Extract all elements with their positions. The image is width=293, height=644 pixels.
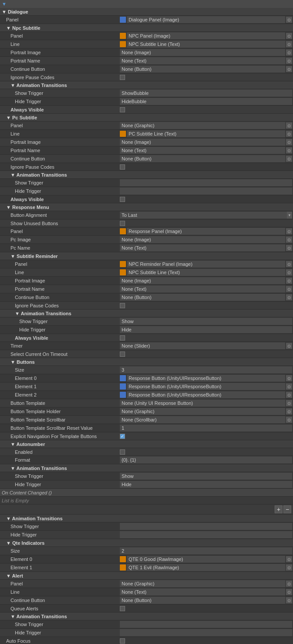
checkbox[interactable] xyxy=(120,107,125,112)
value-text[interactable]: 1 xyxy=(120,425,292,432)
target-btn[interactable]: ⊙ xyxy=(286,269,292,275)
npc-always-visible[interactable]: Always Visible xyxy=(0,106,293,114)
select-current-timeout[interactable]: Select Current On Timeout xyxy=(0,350,293,358)
pc-anim-header[interactable]: ▼ Animation Transitions xyxy=(0,171,293,179)
target-btn[interactable]: ⊙ xyxy=(286,564,292,571)
value-text[interactable]: None (Image) xyxy=(120,236,285,243)
target-btn[interactable]: ⊙ xyxy=(286,417,292,423)
field-value[interactable]: NPC Subtitle Line (Text)⊙ xyxy=(118,269,293,276)
target-btn[interactable]: ⊙ xyxy=(286,66,292,72)
target-btn[interactable]: ⊙ xyxy=(286,286,292,292)
value-text[interactable]: None (Text) xyxy=(120,244,285,251)
field-value[interactable]: None (Button)⊙ xyxy=(118,597,293,604)
value-text[interactable]: None (Image) xyxy=(120,139,285,146)
empty-field[interactable] xyxy=(120,531,292,538)
target-btn[interactable]: ⊙ xyxy=(286,597,292,603)
target-btn[interactable]: ⊙ xyxy=(286,294,292,300)
pc-always-visible[interactable]: Always Visible xyxy=(0,195,293,203)
target-btn[interactable]: ⊙ xyxy=(286,228,292,234)
field-value[interactable]: None (Button)⊙ xyxy=(118,155,293,162)
value-text[interactable]: None (Button) xyxy=(120,294,285,301)
checkbox[interactable] xyxy=(120,197,125,202)
add-button[interactable]: + xyxy=(275,505,283,513)
field-value[interactable]: QTE 1 Evil (RawImage)⊙ xyxy=(118,564,293,571)
target-btn[interactable]: ⊙ xyxy=(286,33,292,39)
field-value[interactable]: Response Button (UnityUIResponseButton)⊙ xyxy=(118,391,293,398)
checkbox[interactable]: ✓ xyxy=(120,434,125,439)
target-btn[interactable]: ⊙ xyxy=(286,245,292,251)
value-text[interactable]: QTE 1 Evil (RawImage) xyxy=(127,564,285,571)
field-value[interactable]: None (Graphic)⊙ xyxy=(118,580,293,587)
autonumber-header[interactable]: ▼ Autonumber xyxy=(0,440,293,448)
field-value[interactable]: None (Unity UI Response Button)⊙ xyxy=(118,400,293,407)
remove-button[interactable]: − xyxy=(283,505,291,513)
value-text[interactable]: NPC Subtitle Line (Text) xyxy=(127,41,285,48)
field-value[interactable]: None (Image)⊙ xyxy=(118,139,293,146)
field-value[interactable]: None (Graphic)⊙ xyxy=(118,408,293,415)
checkbox[interactable] xyxy=(120,75,125,80)
field-value[interactable]: None (Image)⊙ xyxy=(118,277,293,284)
value-text[interactable]: None (Text) xyxy=(120,57,285,64)
field-value[interactable]: None (Text)⊙ xyxy=(118,244,293,251)
field-value[interactable]: NPC Reminder Panel (Image)⊙ xyxy=(118,261,293,268)
dialogue-header[interactable]: ▼ Dialogue xyxy=(0,8,293,16)
qte-indicators-header[interactable]: ▼ Qte Indicators xyxy=(0,539,293,547)
target-btn[interactable]: ⊙ xyxy=(286,17,292,23)
value-text[interactable]: None (Image) xyxy=(120,49,285,56)
autonumber-enabled[interactable]: Enabled xyxy=(0,448,293,456)
sr-always-visible[interactable]: Always Visible xyxy=(0,334,293,342)
show-unused-btns[interactable]: Show Unused Buttons xyxy=(0,219,293,227)
value-text[interactable]: NPC Reminder Panel (Image) xyxy=(127,261,285,268)
field-value[interactable]: None (Text)⊙ xyxy=(118,147,293,154)
value-text[interactable]: Show xyxy=(120,318,292,325)
target-btn[interactable]: ⊙ xyxy=(286,58,292,64)
value-text[interactable]: None (Text) xyxy=(120,147,285,154)
value-text[interactable]: Response Button (UnityUIResponseButton) xyxy=(127,383,285,390)
checkbox[interactable] xyxy=(120,606,125,611)
target-btn[interactable]: ⊙ xyxy=(286,556,292,562)
target-btn[interactable]: ⊙ xyxy=(286,400,292,406)
field-value[interactable]: None (Slider)⊙ xyxy=(118,342,293,349)
target-btn[interactable]: ⊙ xyxy=(286,131,292,137)
target-btn[interactable]: ⊙ xyxy=(286,237,292,243)
field-value[interactable]: None (Text)⊙ xyxy=(118,285,293,292)
value-text[interactable]: Response Button (UnityUIResponseButton) xyxy=(127,375,285,382)
value-text[interactable]: Dialogue Panel (Image) xyxy=(127,16,285,23)
field-value[interactable]: NPC Panel (Image)⊙ xyxy=(118,32,293,39)
value-text[interactable]: None (Image) xyxy=(120,277,285,284)
anim-trans-header2[interactable]: ▼ Animation Transitions xyxy=(0,515,293,522)
dropdown-text[interactable]: To Last xyxy=(120,212,287,219)
field-value[interactable]: Response Panel (Image)⊙ xyxy=(118,228,293,235)
field-value[interactable]: None (Button)⊙ xyxy=(118,294,293,301)
checkbox[interactable] xyxy=(120,164,125,170)
checkbox[interactable] xyxy=(120,638,125,644)
subtitle-reminder-header[interactable]: ▼ Subtitle Reminder xyxy=(0,252,293,260)
field-value[interactable]: None (Graphic)⊙ xyxy=(118,122,293,129)
target-btn[interactable]: ⊙ xyxy=(286,408,292,414)
field-value[interactable]: Response Button (UnityUIResponseButton)⊙ xyxy=(118,383,293,390)
empty-field[interactable] xyxy=(120,523,292,530)
field-value[interactable]: None (Scrollbar)⊙ xyxy=(118,416,293,423)
field-value[interactable]: None (Image)⊙ xyxy=(118,236,293,243)
field-value[interactable]: QTE 0 Good (RawImage)⊙ xyxy=(118,556,293,563)
pc-ignore-pause[interactable]: Ignore Pause Codes xyxy=(0,163,293,171)
target-btn[interactable]: ⊙ xyxy=(286,383,292,390)
target-btn[interactable]: ⊙ xyxy=(286,147,292,153)
value-text[interactable]: PC Subtitle Line (Text) xyxy=(127,130,285,137)
buttons-header[interactable]: ▼ Buttons xyxy=(0,358,293,366)
value-text[interactable]: None (Slider) xyxy=(120,342,285,349)
target-btn[interactable]: ⊙ xyxy=(286,375,292,381)
target-btn[interactable]: ⊙ xyxy=(286,343,292,349)
target-btn[interactable]: ⊙ xyxy=(286,392,292,398)
value-text[interactable]: 2 xyxy=(120,547,292,554)
value-text[interactable]: None (Scrollbar) xyxy=(120,416,285,423)
value-text[interactable]: QTE 0 Good (RawImage) xyxy=(127,556,285,563)
sr-ignore-pause[interactable]: Ignore Pause Codes xyxy=(0,302,293,310)
empty-field[interactable] xyxy=(120,179,292,186)
checkbox[interactable] xyxy=(120,221,125,226)
value-text[interactable]: None (Button) xyxy=(120,66,285,73)
target-btn[interactable]: ⊙ xyxy=(286,41,292,47)
explicit-nav[interactable]: Explicit Navigation For Template Buttons… xyxy=(0,432,293,440)
value-text[interactable]: None (Text) xyxy=(120,285,285,292)
field-value[interactable]: None (Text)⊙ xyxy=(118,588,293,595)
